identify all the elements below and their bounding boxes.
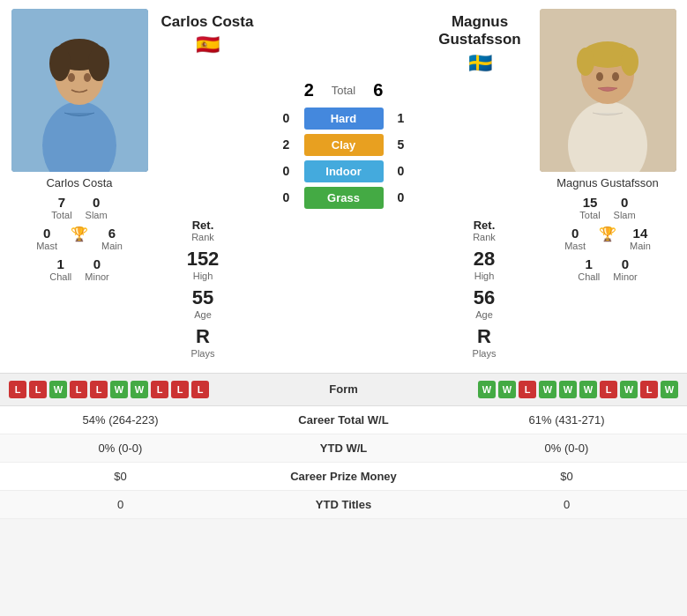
left-age-value: 55 — [192, 286, 213, 309]
right-form-badge-0: W — [478, 381, 496, 398]
trophy-right: 🏆 — [599, 226, 616, 251]
svg-point-5 — [88, 46, 109, 81]
left-player-name-header: Carlos Costa — [161, 13, 254, 31]
total-row: 2 Total 6 — [304, 80, 384, 100]
surface-btn-Hard: Hard — [304, 108, 384, 130]
right-form-badge-7: W — [620, 381, 638, 398]
surface-left-score-Indoor: 0 — [278, 164, 295, 178]
left-high: 152 High — [154, 248, 251, 281]
player-right-mast: 0 Mast — [564, 226, 586, 251]
left-form-badge-5: W — [110, 381, 128, 398]
trophy-left: 🏆 — [71, 226, 88, 251]
player-right-name: Magnus Gustafsson — [556, 176, 659, 189]
right-form-badge-3: W — [539, 381, 556, 398]
player-left-stats-row1: 7 Total 0 Slam — [51, 195, 107, 220]
stats-row-2-label: Career Prize Money — [232, 470, 455, 483]
surface-btn-Grass: Grass — [304, 187, 384, 209]
surface-right-score-Indoor: 0 — [392, 164, 410, 178]
left-form-badge-1: L — [29, 381, 47, 398]
main-container: Carlos Costa 7 Total 0 Slam 0 Mast 🏆 — [0, 0, 687, 519]
stats-table: 54% (264-223) Career Total W/L 61% (431-… — [0, 406, 687, 519]
left-form-badge-0: L — [9, 381, 26, 398]
player-right-slam: 0 Slam — [614, 195, 636, 220]
svg-point-13 — [621, 48, 638, 76]
surface-left-score-Clay: 2 — [278, 137, 295, 152]
player-left-main: 6 Main — [101, 226, 123, 251]
stats-row-1-label: YTD W/L — [232, 442, 455, 455]
right-plays: R Plays — [436, 325, 533, 359]
player-right-total: 15 Total — [579, 195, 600, 220]
player-right-main: 14 Main — [630, 226, 651, 251]
left-form-badge-7: L — [151, 381, 168, 398]
right-form-badge-1: W — [498, 381, 516, 398]
left-rank-label: Rank — [191, 232, 214, 242]
form-right: WWLWWWLWLW — [395, 381, 679, 398]
player-left-slam: 0 Slam — [86, 195, 108, 220]
age-row: 55 Age 56 Age — [154, 286, 533, 320]
right-high-value: 28 — [474, 248, 495, 271]
stats-row-3-left: 0 — [9, 498, 232, 511]
surface-row-clay: 2 Clay 5 — [278, 134, 410, 156]
surface-btn-Clay: Clay — [304, 134, 384, 156]
form-section: LLWLLWWLLL Form WWLWWWLWLW — [0, 373, 687, 406]
left-flag: 🇪🇸 — [196, 33, 220, 56]
right-age-value: 56 — [474, 286, 495, 309]
right-age: 56 Age — [436, 286, 533, 320]
svg-point-6 — [68, 73, 75, 82]
left-form-badge-9: L — [191, 381, 209, 398]
player-left-stats-row2: 0 Mast 🏆 6 Main — [36, 226, 123, 251]
left-form-badge-6: W — [131, 381, 148, 398]
right-form-badge-2: L — [519, 381, 536, 398]
surface-row-hard: 0 Hard 1 — [278, 108, 410, 130]
form-center-label: Form — [300, 382, 388, 396]
surface-btn-Indoor: Indoor — [304, 160, 384, 182]
surface-left-score-Hard: 0 — [278, 111, 295, 125]
left-plays-label: Plays — [191, 348, 215, 359]
svg-point-12 — [577, 48, 594, 76]
player-left-chall: 1 Chall — [49, 256, 71, 282]
right-player-name-header: Magnus Gustafsson — [427, 13, 533, 49]
right-form-badge-8: L — [640, 381, 658, 398]
stats-row-1-left: 0% (0-0) — [9, 442, 232, 455]
left-plays: R Plays — [154, 325, 251, 359]
right-high: 28 High — [436, 248, 533, 281]
left-form-badge-2: W — [49, 381, 67, 398]
left-high-label: High — [193, 271, 213, 281]
form-left: LLWLLWWLLL — [9, 381, 293, 398]
player-right-chall: 1 Chall — [578, 256, 600, 282]
player-left-minor: 0 Minor — [85, 256, 109, 282]
rank-row: Ret. Rank Ret. Rank — [154, 219, 533, 242]
left-total-score: 2 — [304, 80, 314, 100]
left-form-badge-4: L — [90, 381, 108, 398]
player-right-photo — [540, 9, 676, 172]
right-header: Magnus Gustafsson 🇸🇪 — [427, 13, 533, 75]
right-plays-value: R — [477, 325, 491, 348]
surface-row-grass: 0 Grass 0 — [278, 187, 410, 209]
right-total-score: 6 — [373, 80, 383, 100]
stats-row-2: $0 Career Prize Money $0 — [0, 463, 687, 491]
right-rank-label: Rank — [473, 232, 496, 242]
right-flag: 🇸🇪 — [468, 52, 492, 75]
stats-row-2-right: $0 — [455, 470, 678, 483]
high-row: 152 High 28 High — [154, 248, 533, 281]
surface-row-indoor: 0 Indoor 0 — [278, 160, 410, 182]
middle-stats: Carlos Costa 🇪🇸 Magnus Gustafsson 🇸🇪 2 T… — [154, 9, 533, 364]
player-right-stats-row2: 0 Mast 🏆 14 Main — [564, 226, 651, 251]
left-age-label: Age — [194, 309, 212, 320]
stats-row-2-left: $0 — [9, 470, 232, 483]
stats-row-0-left: 54% (264-223) — [9, 413, 232, 427]
players-section: Carlos Costa 7 Total 0 Slam 0 Mast 🏆 — [0, 0, 687, 373]
surface-right-score-Hard: 1 — [392, 111, 410, 125]
right-age-label: Age — [475, 309, 493, 320]
stats-row-0-right: 61% (431-271) — [455, 413, 678, 427]
left-header: Carlos Costa 🇪🇸 — [154, 13, 260, 75]
surface-left-score-Grass: 0 — [278, 190, 295, 204]
surface-right-score-Clay: 5 — [392, 137, 410, 152]
stats-row-0-label: Career Total W/L — [232, 413, 455, 427]
player-right-minor: 0 Minor — [613, 256, 638, 282]
player-right: Magnus Gustafsson 15 Total 0 Slam 0 Mast… — [533, 9, 683, 364]
left-rank: Ret. Rank — [154, 219, 251, 242]
player-left: Carlos Costa 7 Total 0 Slam 0 Mast 🏆 — [4, 9, 154, 364]
right-form-badge-4: W — [559, 381, 577, 398]
left-rank-value: Ret. — [192, 219, 214, 232]
